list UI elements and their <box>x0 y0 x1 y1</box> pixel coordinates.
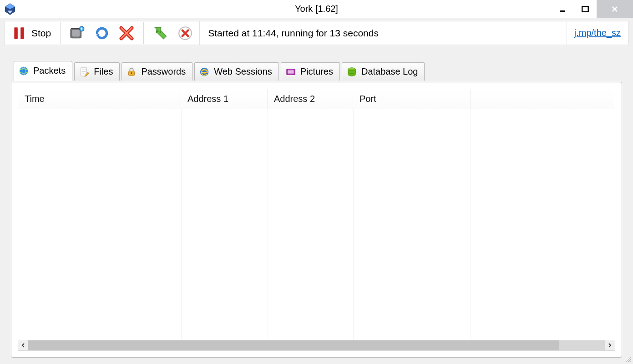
tab-files[interactable]: Files <box>74 62 120 81</box>
client-area: Packets Files <box>0 48 633 364</box>
tab-database-log[interactable]: Database Log <box>342 62 425 81</box>
refresh-icon <box>94 25 110 41</box>
scroll-left-icon[interactable] <box>18 340 28 350</box>
maximize-button[interactable] <box>574 0 597 18</box>
gridline <box>181 109 182 340</box>
gridline <box>353 109 354 340</box>
tab-label: Pictures <box>300 66 333 77</box>
scroll-right-icon[interactable] <box>605 340 615 350</box>
tab-label: Files <box>94 66 113 77</box>
scroll-track[interactable] <box>28 340 605 350</box>
export-button[interactable] <box>150 22 171 44</box>
pause-icon <box>11 25 27 41</box>
svg-rect-18 <box>287 73 288 74</box>
packet-listview[interactable]: Time Address 1 Address 2 Port <box>18 89 615 351</box>
scroll-thumb[interactable] <box>28 340 559 350</box>
tab-label: Packets <box>33 66 66 76</box>
stop-button[interactable]: Stop <box>9 22 54 44</box>
column-time[interactable]: Time <box>18 89 181 109</box>
tab-panel: Time Address 1 Address 2 Port <box>11 82 622 358</box>
network-adapter-icon <box>70 25 85 41</box>
listview-header: Time Address 1 Address 2 Port <box>18 89 615 109</box>
stop-label: Stop <box>31 28 51 39</box>
tab-pictures[interactable]: Pictures <box>281 62 340 81</box>
minimize-button[interactable] <box>551 0 574 18</box>
file-edit-icon <box>79 67 89 77</box>
circle-x-icon <box>177 25 193 41</box>
link-panel: j.mp/the_sz <box>567 21 628 45</box>
lock-icon <box>127 67 137 77</box>
cancel-button[interactable] <box>175 22 196 44</box>
svg-point-8 <box>20 66 28 75</box>
x-red-icon <box>119 25 134 41</box>
column-address2[interactable]: Address 2 <box>268 89 353 109</box>
h-scrollbar[interactable] <box>18 340 615 350</box>
svg-rect-3 <box>20 27 24 39</box>
window-title: York [1.62] <box>0 4 633 14</box>
separator <box>143 22 144 44</box>
svg-rect-5 <box>72 30 80 36</box>
adapter-button[interactable] <box>67 22 88 44</box>
toolbar-group-capture: Stop <box>5 21 200 45</box>
ie-icon <box>199 67 209 77</box>
filmstrip-icon <box>286 67 296 77</box>
close-button[interactable] <box>597 0 633 18</box>
svg-rect-16 <box>288 70 294 73</box>
listview-body[interactable] <box>18 109 615 340</box>
svg-rect-2 <box>14 27 17 39</box>
svg-rect-19 <box>294 69 294 70</box>
svg-point-12 <box>131 72 133 74</box>
toolbar: Stop <box>0 18 633 48</box>
database-icon <box>347 67 357 77</box>
tab-packets[interactable]: Packets <box>14 61 72 81</box>
delete-button[interactable] <box>116 22 137 44</box>
separator <box>60 22 61 44</box>
website-link[interactable]: j.mp/the_sz <box>574 28 621 38</box>
status-bar: Started at 11:44, running for 13 seconds <box>200 21 567 45</box>
globe-icon <box>19 66 29 76</box>
status-text: Started at 11:44, running for 13 seconds <box>208 28 379 39</box>
gridline <box>471 109 471 340</box>
column-address1[interactable]: Address 1 <box>181 89 268 109</box>
tab-label: Web Sessions <box>214 66 272 77</box>
window-controls <box>551 0 633 18</box>
resize-grip[interactable] <box>624 355 631 362</box>
window: York [1.62] Stop <box>0 0 633 364</box>
app-icon <box>4 3 16 15</box>
refresh-button[interactable] <box>91 22 112 44</box>
svg-rect-1 <box>582 6 588 12</box>
tab-passwords[interactable]: Passwords <box>122 62 192 81</box>
tab-label: Database Log <box>361 66 418 77</box>
column-extra[interactable] <box>471 89 615 109</box>
titlebar: York [1.62] <box>0 0 633 18</box>
tab-label: Passwords <box>141 66 186 77</box>
column-port[interactable]: Port <box>353 89 471 109</box>
arrow-up-left-green-icon <box>153 25 168 41</box>
gridline <box>268 109 268 340</box>
tab-web-sessions[interactable]: Web Sessions <box>194 62 279 81</box>
tabstrip: Packets Files <box>14 62 622 82</box>
svg-rect-0 <box>560 10 565 12</box>
svg-rect-20 <box>294 73 294 74</box>
svg-rect-17 <box>287 69 288 70</box>
